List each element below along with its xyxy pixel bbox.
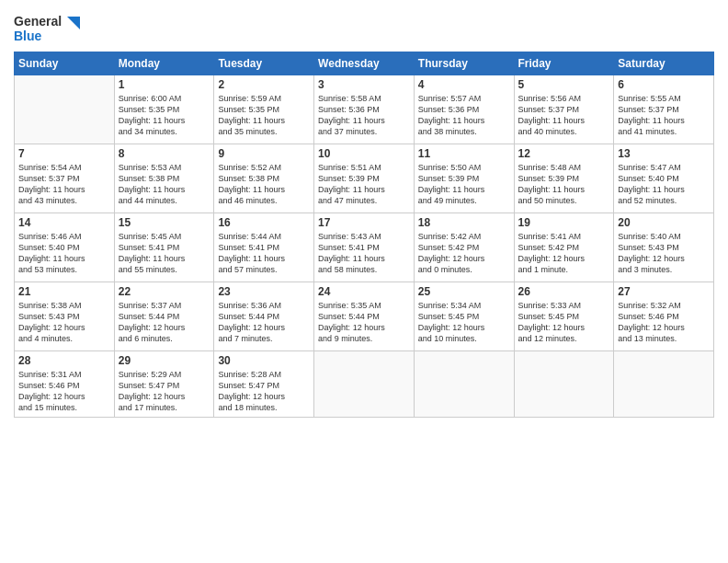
day-number: 17 [318, 216, 410, 229]
day-number: 24 [318, 285, 410, 298]
day-number: 9 [218, 147, 310, 160]
day-info: Sunrise: 5:33 AM Sunset: 5:45 PM Dayligh… [518, 300, 610, 345]
calendar-cell: 12Sunrise: 5:48 AM Sunset: 5:39 PM Dayli… [514, 144, 614, 213]
calendar-cell: 17Sunrise: 5:43 AM Sunset: 5:41 PM Dayli… [314, 213, 415, 282]
day-number: 18 [418, 216, 510, 229]
day-info: Sunrise: 5:58 AM Sunset: 5:36 PM Dayligh… [318, 93, 410, 138]
logo-area: General Blue [14, 9, 87, 46]
day-info: Sunrise: 5:51 AM Sunset: 5:39 PM Dayligh… [318, 162, 410, 207]
day-info: Sunrise: 5:36 AM Sunset: 5:44 PM Dayligh… [218, 300, 310, 345]
calendar-cell: 9Sunrise: 5:52 AM Sunset: 5:38 PM Daylig… [214, 144, 314, 213]
calendar-cell: 8Sunrise: 5:53 AM Sunset: 5:38 PM Daylig… [114, 144, 214, 213]
day-info: Sunrise: 5:29 AM Sunset: 5:47 PM Dayligh… [119, 369, 210, 414]
day-info: Sunrise: 5:32 AM Sunset: 5:46 PM Dayligh… [618, 300, 710, 345]
day-info: Sunrise: 5:56 AM Sunset: 5:37 PM Dayligh… [518, 93, 610, 138]
day-info: Sunrise: 5:40 AM Sunset: 5:43 PM Dayligh… [618, 231, 710, 276]
day-info: Sunrise: 5:34 AM Sunset: 5:45 PM Dayligh… [418, 300, 510, 345]
day-number: 12 [518, 147, 610, 160]
calendar-cell: 5Sunrise: 5:56 AM Sunset: 5:37 PM Daylig… [514, 75, 614, 144]
day-number: 14 [18, 216, 110, 229]
day-number: 10 [318, 147, 410, 160]
calendar-cell [15, 75, 115, 144]
calendar-body: 1Sunrise: 6:00 AM Sunset: 5:35 PM Daylig… [15, 75, 714, 418]
day-number: 30 [218, 354, 310, 367]
calendar-cell: 6Sunrise: 5:55 AM Sunset: 5:37 PM Daylig… [614, 75, 714, 144]
day-info: Sunrise: 5:45 AM Sunset: 5:41 PM Dayligh… [119, 231, 210, 276]
day-number: 1 [119, 78, 210, 91]
day-number: 27 [618, 285, 710, 298]
day-number: 29 [119, 354, 210, 367]
weekday-header-wednesday: Wednesday [314, 52, 415, 75]
calendar-cell: 27Sunrise: 5:32 AM Sunset: 5:46 PM Dayli… [614, 282, 714, 351]
day-number: 4 [418, 78, 510, 91]
day-info: Sunrise: 5:35 AM Sunset: 5:44 PM Dayligh… [318, 300, 410, 345]
weekday-header-monday: Monday [114, 52, 214, 75]
calendar-cell: 15Sunrise: 5:45 AM Sunset: 5:41 PM Dayli… [114, 213, 214, 282]
day-number: 26 [518, 285, 610, 298]
day-info: Sunrise: 5:38 AM Sunset: 5:43 PM Dayligh… [18, 300, 110, 345]
day-info: Sunrise: 5:42 AM Sunset: 5:42 PM Dayligh… [418, 231, 510, 276]
page: General Blue SundayMondayTuesdayWednesda… [0, 0, 728, 563]
day-number: 22 [119, 285, 210, 298]
calendar-week-2: 7Sunrise: 5:54 AM Sunset: 5:37 PM Daylig… [15, 144, 714, 213]
day-number: 6 [618, 78, 710, 91]
calendar-cell: 4Sunrise: 5:57 AM Sunset: 5:36 PM Daylig… [414, 75, 514, 144]
calendar-cell: 7Sunrise: 5:54 AM Sunset: 5:37 PM Daylig… [15, 144, 115, 213]
day-info: Sunrise: 5:44 AM Sunset: 5:41 PM Dayligh… [218, 231, 310, 276]
day-info: Sunrise: 5:48 AM Sunset: 5:39 PM Dayligh… [518, 162, 610, 207]
day-number: 7 [18, 147, 110, 160]
calendar-cell [414, 351, 514, 418]
logo-icon: General Blue [14, 9, 87, 46]
day-number: 19 [518, 216, 610, 229]
calendar-cell: 18Sunrise: 5:42 AM Sunset: 5:42 PM Dayli… [414, 213, 514, 282]
day-info: Sunrise: 5:47 AM Sunset: 5:40 PM Dayligh… [618, 162, 710, 207]
day-number: 15 [119, 216, 210, 229]
day-info: Sunrise: 5:59 AM Sunset: 5:35 PM Dayligh… [218, 93, 310, 138]
day-info: Sunrise: 5:43 AM Sunset: 5:41 PM Dayligh… [318, 231, 410, 276]
day-number: 8 [119, 147, 210, 160]
calendar-cell: 24Sunrise: 5:35 AM Sunset: 5:44 PM Dayli… [314, 282, 415, 351]
day-number: 13 [618, 147, 710, 160]
weekday-row: SundayMondayTuesdayWednesdayThursdayFrid… [15, 52, 714, 75]
day-number: 23 [218, 285, 310, 298]
calendar-cell: 14Sunrise: 5:46 AM Sunset: 5:40 PM Dayli… [15, 213, 115, 282]
calendar-cell: 26Sunrise: 5:33 AM Sunset: 5:45 PM Dayli… [514, 282, 614, 351]
day-info: Sunrise: 5:46 AM Sunset: 5:40 PM Dayligh… [18, 231, 110, 276]
day-number: 2 [218, 78, 310, 91]
svg-marker-2 [67, 17, 80, 29]
day-info: Sunrise: 5:57 AM Sunset: 5:36 PM Dayligh… [418, 93, 510, 138]
day-info: Sunrise: 5:52 AM Sunset: 5:38 PM Dayligh… [218, 162, 310, 207]
calendar-cell: 13Sunrise: 5:47 AM Sunset: 5:40 PM Dayli… [614, 144, 714, 213]
day-number: 3 [318, 78, 410, 91]
day-number: 16 [218, 216, 310, 229]
calendar-cell: 25Sunrise: 5:34 AM Sunset: 5:45 PM Dayli… [414, 282, 514, 351]
day-info: Sunrise: 6:00 AM Sunset: 5:35 PM Dayligh… [119, 93, 210, 138]
day-number: 25 [418, 285, 510, 298]
day-number: 11 [418, 147, 510, 160]
calendar-cell: 11Sunrise: 5:50 AM Sunset: 5:39 PM Dayli… [414, 144, 514, 213]
calendar-cell [514, 351, 614, 418]
calendar-cell: 19Sunrise: 5:41 AM Sunset: 5:42 PM Dayli… [514, 213, 614, 282]
calendar-cell: 22Sunrise: 5:37 AM Sunset: 5:44 PM Dayli… [114, 282, 214, 351]
calendar-week-1: 1Sunrise: 6:00 AM Sunset: 5:35 PM Daylig… [15, 75, 714, 144]
weekday-header-tuesday: Tuesday [214, 52, 314, 75]
calendar-cell: 10Sunrise: 5:51 AM Sunset: 5:39 PM Dayli… [314, 144, 415, 213]
calendar-cell: 21Sunrise: 5:38 AM Sunset: 5:43 PM Dayli… [15, 282, 115, 351]
svg-text:General: General [14, 14, 62, 29]
calendar-cell [614, 351, 714, 418]
calendar-cell: 29Sunrise: 5:29 AM Sunset: 5:47 PM Dayli… [114, 351, 214, 418]
calendar-week-4: 21Sunrise: 5:38 AM Sunset: 5:43 PM Dayli… [15, 282, 714, 351]
weekday-header-friday: Friday [514, 52, 614, 75]
calendar-week-3: 14Sunrise: 5:46 AM Sunset: 5:40 PM Dayli… [15, 213, 714, 282]
calendar-cell: 23Sunrise: 5:36 AM Sunset: 5:44 PM Dayli… [214, 282, 314, 351]
day-number: 28 [18, 354, 110, 367]
header: General Blue [14, 9, 714, 46]
weekday-header-thursday: Thursday [414, 52, 514, 75]
day-info: Sunrise: 5:53 AM Sunset: 5:38 PM Dayligh… [119, 162, 210, 207]
day-info: Sunrise: 5:31 AM Sunset: 5:46 PM Dayligh… [18, 369, 110, 414]
day-info: Sunrise: 5:41 AM Sunset: 5:42 PM Dayligh… [518, 231, 610, 276]
calendar-cell: 28Sunrise: 5:31 AM Sunset: 5:46 PM Dayli… [15, 351, 115, 418]
day-info: Sunrise: 5:54 AM Sunset: 5:37 PM Dayligh… [18, 162, 110, 207]
calendar-cell: 16Sunrise: 5:44 AM Sunset: 5:41 PM Dayli… [214, 213, 314, 282]
calendar-cell: 1Sunrise: 6:00 AM Sunset: 5:35 PM Daylig… [114, 75, 214, 144]
